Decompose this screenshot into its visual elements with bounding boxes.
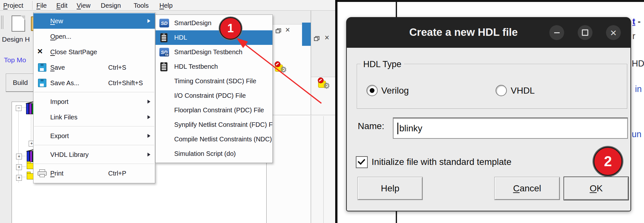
shortcut-label: Ctrl+P [108,170,126,177]
close-button[interactable]: × [606,25,621,40]
menu-item-print[interactable]: Print Ctrl+P [33,166,155,181]
right-top-edge [337,0,644,2]
annotation-step-2: 2 [593,147,622,176]
menu-item-export[interactable]: Export [33,128,155,144]
name-input-value: blinky [399,123,422,134]
screenshot-divider [335,0,337,223]
dialog-title: Create a new HDL file [409,26,518,38]
menu-edit[interactable]: Edit [56,1,67,10]
text-caret [397,123,398,134]
menu-item-save[interactable]: Save Ctrl+S [33,60,155,75]
menu-separator [34,145,154,146]
tree-expand-toggle[interactable]: + [16,154,22,159]
dialog-body: HDL Type Verilog VHDL Name: blinky Initi… [346,48,631,211]
menu-item-close-startpage[interactable]: × Close StartPage [33,44,155,60]
shortcut-label: Ctrl+S [108,64,126,71]
verilog-radio-label[interactable]: Verilog [381,86,409,96]
tree-expand-toggle[interactable]: + [16,175,22,181]
toolbar-handle[interactable] [1,15,2,29]
smartdesign-testbench-icon: SDTB [159,48,169,56]
submenu-item-smartdesign[interactable]: SD SmartDesign [156,16,272,30]
tree-collapse-toggle[interactable]: − [16,105,22,111]
create-hdl-dialog: Create a new HDL file × HDL Type Verilog… [346,17,631,211]
submenu-arrow-icon [147,100,150,104]
menu-view[interactable]: View [77,1,90,10]
file-menu-popup: New Open... × Close StartPage Save Ctrl+… [33,12,155,183]
vhdl-radio[interactable] [496,85,507,96]
minimize-icon [554,32,560,33]
init-template-label[interactable]: Initialize file with standard template [372,157,511,167]
menu-item-vhdl-library[interactable]: VHDL Library [33,147,155,162]
submenu-arrow-icon [147,19,150,23]
bg-text-fragment: r [632,31,635,41]
ok-button[interactable]: OK [564,177,628,200]
submenu-arrow-icon [147,115,150,119]
menubar: Project File Edit View Design Tools Help [0,0,335,11]
maximize-icon [582,29,588,36]
minimize-button[interactable] [549,25,564,40]
hdl-clipboard-icon [160,62,167,71]
dialog-titlebar[interactable]: Create a new HDL file × [346,17,631,48]
new-file-icon[interactable] [12,15,25,32]
smartdesign-icon: SD [159,19,169,27]
design-hierarchy-panel-title: Design H [2,35,30,43]
build-tab[interactable]: Build [6,74,35,92]
help-button[interactable]: Help [358,177,422,200]
menu-project[interactable]: Project [3,1,23,10]
annotation-arrow [225,31,328,108]
printer-icon [38,169,46,177]
menu-design[interactable]: Design [101,1,121,10]
menubar-separator [32,1,33,10]
name-label: Name: [358,121,384,131]
tree-connector [18,110,19,183]
top-module-link[interactable]: Top Mo [4,56,26,64]
vhdl-radio-label[interactable]: VHDL [511,86,535,96]
submenu-item-compile-netlist-constraints[interactable]: Compile Netlist Constraints (NDC) File [156,132,272,147]
menu-help[interactable]: Help [159,1,173,10]
menu-file[interactable]: File [36,1,47,10]
submenu-arrow-icon [147,153,150,157]
screenshot-stage: Project File Edit View Design Tools Help… [0,0,644,223]
menu-separator [34,126,154,127]
tree-connector [31,115,31,142]
verilog-radio[interactable] [366,85,378,96]
hdl-clipboard-icon [160,33,167,42]
menu-separator [34,92,154,93]
save-floppy-icon [38,63,46,72]
maximize-button[interactable] [578,25,592,40]
cancel-button[interactable]: Cancel [495,177,560,200]
menu-tools[interactable]: Tools [134,1,149,10]
bg-text-fragment: in [635,84,642,94]
shortcut-label: Ctrl+Shift+S [108,79,143,87]
menu-item-open[interactable]: Open... [33,29,155,44]
hdl-type-legend: HDL Type [361,59,404,69]
close-x-icon: × [37,46,43,56]
name-input[interactable]: blinky [393,117,628,139]
scroll-edge [323,116,324,223]
bg-text-fragment: un [632,129,641,139]
menu-item-import[interactable]: Import [33,94,155,109]
menu-item-save-as[interactable]: Save As... Ctrl+Shift+S [33,75,155,91]
menu-item-link-files[interactable]: Link Files [33,109,155,125]
frame-groove [267,115,335,116]
init-template-checkbox[interactable] [356,156,368,168]
submenu-item-synplify-netlist-constraint[interactable]: Synplify Netlist Constraint (FDC) File [156,117,272,132]
menu-item-new[interactable]: New [33,13,155,29]
bg-text-fragment: HD [632,59,644,69]
save-as-floppy-icon [38,79,46,87]
submenu-arrow-icon [147,134,150,138]
annotation-step-1: 1 [219,17,242,40]
tree-expand-toggle[interactable]: + [16,164,22,170]
bg-text-fragment: t - [632,17,641,27]
submenu-item-simulation-script[interactable]: Simulation Script (do) [156,147,272,161]
menu-separator [34,164,154,164]
toolbar-handle-2 [3,15,4,29]
close-icon: × [610,27,617,38]
